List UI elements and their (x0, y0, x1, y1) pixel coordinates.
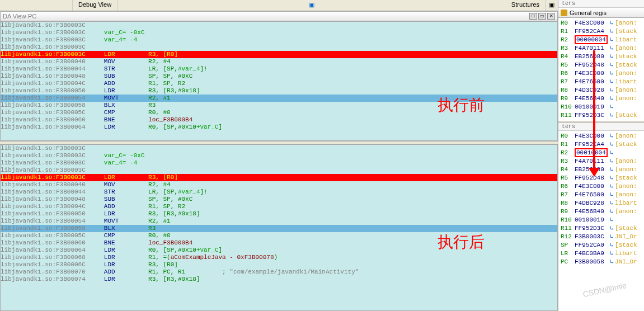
register-row[interactable]: R0F4E3C000↳[anon: (561, 132, 642, 140)
maximize-button[interactable]: ▭ (538, 13, 546, 20)
register-row[interactable]: R3F4A70111↳[anon: (561, 44, 642, 53)
register-row[interactable]: R6F4E3C000↳[anon: (561, 182, 642, 191)
disasm-line[interactable]: libjavandk1.so:F3B0004C ADD R1, SP, R2 (1, 80, 557, 87)
disasm-line[interactable]: libjavandk1.so:F3B0003C (1, 22, 557, 29)
registers-panel: ters General regis R0F4E3C000↳[anon:R1FF… (558, 0, 644, 311)
disasm-line[interactable]: libjavandk1.so:F3B0003C var_4= -4 (1, 159, 557, 167)
register-icon (561, 10, 567, 16)
register-row[interactable]: LRF4BC0BA9↳libart (561, 249, 642, 258)
register-row[interactable]: R9F4E56B40↳[anon: (561, 208, 642, 216)
disasm-line[interactable]: libjavandk1.so:F3B00050 LDR R3, [R3,#0x1… (1, 210, 557, 218)
disasm-line[interactable]: libjavandk1.so:F3B00064 LDR R0, [SP,#0x1… (1, 247, 557, 254)
registers-title: General regis (558, 8, 644, 18)
ters-tab[interactable]: ters (558, 0, 644, 8)
register-row[interactable]: R8F4D3C928↳[anon: (561, 86, 642, 95)
register-row[interactable]: R6F4E3C000↳[anon: (561, 69, 642, 78)
disasm-line[interactable]: libjavandk1.so:F3B00044 STR LR, [SP,#var… (1, 189, 557, 196)
view-title: DA View-PC (3, 13, 528, 20)
disasm-line[interactable]: libjavandk1.so:F3B00060 BNE loc_F3B000B4 (1, 239, 557, 247)
register-row[interactable]: R3F4A70111↳[anon: (561, 157, 642, 166)
register-row[interactable]: R200000004↳libart (561, 36, 642, 44)
disasm-line[interactable]: libjavandk1.so:F3B00074 LDR R3, [R3,#0x1… (1, 276, 557, 283)
register-row[interactable]: R8F4DBC928↳libart (561, 199, 642, 208)
disasm-line[interactable]: libjavandk1.so:F3B00054 MOVT R2, #1 (1, 218, 557, 225)
register-row[interactable]: R4EB256D80↳[anon: (561, 166, 642, 174)
disasm-line[interactable]: libjavandk1.so:F3B00050 LDR R3, [R3,#0x1… (1, 87, 557, 95)
disasm-line[interactable]: libjavandk1.so:F3B00040 MOV R2, #4 (1, 58, 557, 65)
register-row[interactable]: R11FF952D3C↳[stack (561, 111, 642, 120)
disasm-line[interactable]: libjavandk1.so:F3B00054 MOVT R2, #1 (1, 95, 557, 102)
disasm-line[interactable]: libjavandk1.so:F3B00070 ADD R1, PC, R1 ;… (1, 268, 557, 276)
disasm-line[interactable]: libjavandk1.so:F3B00044 STR LR, [SP,#var… (1, 65, 557, 73)
register-row[interactable]: R11FF952D3C↳[stack (561, 224, 642, 233)
disasm-line[interactable]: libjavandk1.so:F3B0005C CMP R0, #0 (1, 232, 557, 239)
register-row[interactable]: R1000100019↳ (561, 216, 642, 224)
register-row[interactable]: R7F4E76500↳libart (561, 78, 642, 86)
disasm-line[interactable]: libjavandk1.so:F3B00058 BLX R3 (1, 225, 557, 232)
top-toolbar: Debug View ▣ Structures ▣ (0, 0, 558, 11)
disasm-line[interactable]: libjavandk1.so:F3B0003C (1, 44, 557, 51)
structures-tab[interactable]: Structures (506, 0, 546, 11)
disasm-line[interactable]: libjavandk1.so:F3B0004C ADD R1, SP, R2 (1, 203, 557, 210)
register-row[interactable]: R4EB256D80↳[stack (561, 53, 642, 61)
disasm-line[interactable]: libjavandk1.so:F3B00064 LDR R0, [SP,#0x1… (1, 124, 557, 131)
register-row[interactable]: R0F4E3C000↳[anon: (561, 19, 642, 27)
disasm-line[interactable]: libjavandk1.so:F3B0003C var_4= -4 (1, 36, 557, 44)
disasm-pane-after[interactable]: 执行后 libjavandk1.so:F3B0003C libjavandk1.… (0, 144, 558, 311)
register-row[interactable]: R7F4E76500↳[anon: (561, 191, 642, 199)
disasm-line[interactable]: libjavandk1.so:F3B00068 LDR R1, =(aComEx… (1, 254, 557, 261)
disasm-line[interactable]: libjavandk1.so:F3B0003C var_C= -0xC (1, 29, 557, 36)
register-row[interactable]: R9F4E56B40↳[anon: (561, 95, 642, 103)
register-row[interactable]: R1FF952CA4↳[stack (561, 27, 642, 36)
ters-tab-2[interactable]: ters (558, 123, 644, 131)
register-row[interactable]: R200010004↳ (561, 149, 642, 157)
disasm-line[interactable]: libjavandk1.so:F3B00048 SUB SP, SP, #0xC (1, 73, 557, 80)
minimize-button[interactable]: □ (529, 13, 537, 20)
disasm-line[interactable]: libjavandk1.so:F3B0003C (1, 167, 557, 174)
debug-view-tab[interactable]: Debug View (73, 0, 117, 11)
disasm-line[interactable]: libjavandk1.so:F3B0003C LDR R3, [R0] (1, 51, 557, 58)
registers-list-before[interactable]: R0F4E3C000↳[anon:R1FF952CA4↳[stackR20000… (558, 18, 644, 121)
disasm-line[interactable]: libjavandk1.so:F3B0003C var_C= -0xC (1, 152, 557, 159)
disasm-line[interactable]: libjavandk1.so:F3B00060 BNE loc_F3B000B4 (1, 116, 557, 124)
register-row[interactable]: R5FF952D48↳[stack (561, 61, 642, 69)
disasm-title-bar: DA View-PC □ ▭ ✕ (0, 11, 558, 21)
register-row[interactable]: R12F3B0003C↳JNI_Or (561, 233, 642, 241)
register-row[interactable]: R1000100019↳ (561, 103, 642, 111)
register-row[interactable]: SPFF952CA0↳[stack (561, 241, 642, 249)
disasm-line[interactable]: libjavandk1.so:F3B00048 SUB SP, SP, #0xC (1, 196, 557, 203)
register-row[interactable]: PCF3B00058↳JNI_Or (561, 258, 642, 266)
disasm-line[interactable]: libjavandk1.so:F3B0005C CMP R0, #0 (1, 109, 557, 116)
registers-list-after[interactable]: R0F4E3C000↳[anon:R1FF952CA4↳[stackR20001… (558, 131, 644, 267)
disasm-line[interactable]: libjavandk1.so:F3B0006C LDR R3, [R0] (1, 261, 557, 268)
disasm-line[interactable]: libjavandk1.so:F3B0003C (1, 145, 557, 152)
disasm-pane-before[interactable]: 执行前 libjavandk1.so:F3B0003C libjavandk1.… (0, 21, 558, 141)
disasm-line[interactable]: libjavandk1.so:F3B0003C LDR R3, [R0] (1, 174, 557, 181)
register-row[interactable]: R1FF952CA4↳[stack (561, 140, 642, 149)
close-button[interactable]: ✕ (547, 13, 555, 20)
disasm-line[interactable]: libjavandk1.so:F3B00058 BLX R3 (1, 102, 557, 109)
disasm-line[interactable]: libjavandk1.so:F3B00040 MOV R2, #4 (1, 181, 557, 189)
register-row[interactable]: R5FF952D48↳[stack (561, 174, 642, 182)
